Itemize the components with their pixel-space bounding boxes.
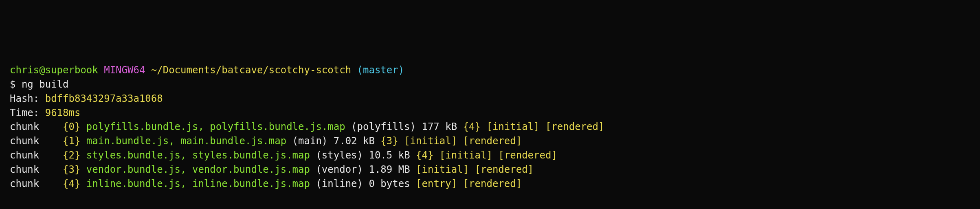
chunk-line: chunk {3} vendor.bundle.js, vendor.bundl… [10, 163, 970, 177]
chunk-tag: [initial] [404, 135, 457, 147]
chunk-tag: [rendered] [475, 164, 534, 175]
chunk-index: {4} [63, 178, 80, 189]
chunk-label: chunk [10, 135, 39, 147]
chunk-tag: [initial] [416, 164, 469, 175]
hash-label: Hash: [10, 93, 45, 104]
chunk-tag: [rendered] [545, 121, 604, 132]
chunk-index: {2} [63, 150, 80, 161]
hash-value: bdffb8343297a33a1068 [45, 93, 163, 104]
chunk-line: chunk {1} main.bundle.js, main.bundle.js… [10, 134, 970, 148]
chunk-tag: [rendered] [498, 150, 557, 161]
command-line: $ ng build [10, 77, 970, 92]
chunk-deps: {3} [380, 135, 398, 147]
chunk-meta: (main) 7.02 kB [292, 135, 375, 147]
chunk-deps: {4} [463, 121, 481, 132]
chunk-tag: [initial] [439, 150, 492, 161]
prompt-host: superbook [45, 64, 98, 76]
prompt-path: ~/Documents/batcave/scotchy-scotch [151, 64, 351, 76]
chunk-meta: (styles) 10.5 kB [316, 150, 410, 161]
chunk-index: {0} [63, 121, 80, 132]
time-line: Time: 9618ms [10, 106, 970, 120]
chunk-label: chunk [10, 178, 39, 189]
chunk-files: vendor.bundle.js, vendor.bundle.js.map [86, 164, 310, 175]
time-value: 9618ms [45, 107, 81, 119]
chunk-index: {3} [63, 164, 80, 175]
chunk-files: styles.bundle.js, styles.bundle.js.map [86, 150, 310, 161]
at-symbol: @ [39, 64, 45, 76]
hash-line: Hash: bdffb8343297a33a1068 [10, 92, 970, 106]
chunk-index: {1} [63, 135, 80, 147]
prompt-branch: (master) [357, 64, 404, 76]
command-text: ng build [22, 79, 69, 90]
chunk-files: main.bundle.js, main.bundle.js.map [86, 135, 286, 147]
terminal-output: chris@superbook MINGW64 ~/Documents/batc… [10, 63, 970, 191]
chunk-meta: (inline) 0 bytes [316, 178, 410, 189]
chunk-line: chunk {4} inline.bundle.js, inline.bundl… [10, 177, 970, 191]
prompt-user: chris [10, 64, 39, 76]
chunk-deps: {4} [416, 150, 433, 161]
chunk-meta: (vendor) 1.89 MB [316, 164, 410, 175]
chunk-tag: [entry] [416, 178, 457, 189]
chunk-files: inline.bundle.js, inline.bundle.js.map [86, 178, 310, 189]
chunk-files: polyfills.bundle.js, polyfills.bundle.js… [86, 121, 345, 132]
chunk-meta: (polyfills) 177 kB [351, 121, 457, 132]
chunk-line: chunk {2} styles.bundle.js, styles.bundl… [10, 148, 970, 163]
chunk-tag: [rendered] [463, 135, 522, 147]
prompt-env: MINGW64 [104, 64, 145, 76]
chunk-line: chunk {0} polyfills.bundle.js, polyfills… [10, 120, 970, 134]
chunk-tag: [rendered] [463, 178, 522, 189]
chunk-label: chunk [10, 150, 39, 161]
time-label: Time: [10, 107, 45, 119]
prompt-line: chris@superbook MINGW64 ~/Documents/batc… [10, 63, 970, 77]
chunk-tag: [initial] [486, 121, 539, 132]
chunk-label: chunk [10, 164, 39, 175]
prompt-symbol: $ [10, 79, 22, 90]
chunk-label: chunk [10, 121, 39, 132]
